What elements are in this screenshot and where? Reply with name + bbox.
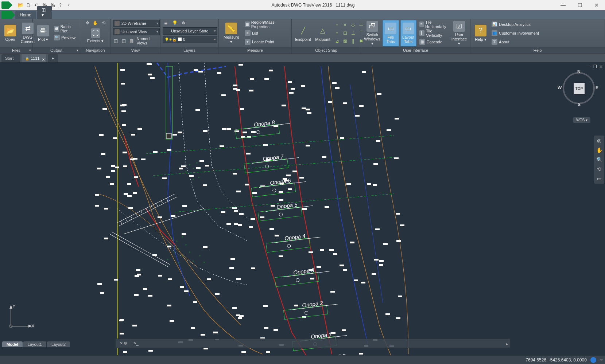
named-view-combo[interactable]: Unsaved View [113, 28, 160, 35]
viewcube-south[interactable]: S [578, 102, 581, 107]
wcs-badge[interactable]: WCS ▾ [573, 117, 590, 123]
locate-point-button[interactable]: ⌖Locate Point [243, 38, 289, 46]
command-line[interactable]: ✕⚙ >_ [115, 338, 510, 348]
layer-state-combo[interactable]: Unsaved Layer State [163, 27, 217, 35]
open-folder-icon: 📂 [4, 25, 16, 36]
preview-icon: 🔍 [54, 35, 60, 40]
survey-point [114, 279, 118, 281]
measure-button[interactable]: 📏 Measure ▾ [221, 20, 242, 46]
osnap-par-icon[interactable]: ∥ [349, 38, 357, 45]
file-tabs-button[interactable]: ▭ File Tabs [383, 20, 399, 46]
back-icon[interactable]: ⟲ [100, 20, 107, 26]
preview-button[interactable]: 🔍Preview [53, 34, 78, 42]
drawing-canvas[interactable]: — ❐ ✕ [0, 63, 605, 355]
qat-export-icon[interactable]: ⇪ [58, 2, 63, 8]
doc-close-icon[interactable]: ✕ [599, 64, 603, 69]
tile-vertical-button[interactable]: ‖Tile Vertically [418, 29, 449, 37]
svg-text:X: X [31, 323, 35, 329]
qat-open-icon[interactable]: 📂 [18, 2, 23, 8]
cmdline-config-icon[interactable]: ⚙ [124, 341, 127, 346]
doc-restore-icon[interactable]: ❐ [593, 64, 597, 69]
endpoint-button[interactable]: ╱ Endpoint [294, 20, 312, 46]
osnap-ext-icon[interactable]: ○ [333, 30, 341, 37]
survey-point [193, 301, 197, 303]
file-tab-start[interactable]: Start [1, 54, 20, 62]
layer-prop-icon[interactable]: ≣ [163, 20, 169, 26]
survey-point [395, 118, 399, 120]
viewcube-top-face[interactable]: TOP [574, 83, 585, 94]
named-views-icon[interactable]: ▦ [129, 38, 135, 44]
nav-pan-icon[interactable]: ✋ [596, 147, 602, 153]
panel-title-output: Output▾ [33, 47, 80, 54]
nav-zoom-icon[interactable]: 🔍 [596, 157, 602, 163]
qat-save-icon[interactable]: 🗋 [26, 2, 31, 8]
batch-plot-button[interactable]: 🖶Batch Plot [53, 25, 78, 33]
nav-orbit-icon[interactable]: ⟲ [597, 166, 601, 172]
visual-style-combo[interactable]: 2D Wireframe [113, 20, 160, 27]
switch-windows-button[interactable]: 🗗 Switch Windows ▾ [363, 20, 381, 46]
survey-point [221, 94, 226, 96]
new-tab-button[interactable]: + [48, 54, 58, 62]
qat-dropdown-icon[interactable]: ▾ [66, 2, 71, 8]
osnap-near-icon[interactable]: ⊿ [333, 38, 341, 45]
ui-button[interactable]: ☑ User Interface ▾ [450, 20, 468, 46]
survey-point [279, 199, 283, 201]
doc-minimize-icon[interactable]: — [586, 64, 591, 69]
command-handle[interactable]: ✕⚙ [115, 338, 131, 348]
cascade-button[interactable]: ▥Cascade [418, 38, 449, 46]
osnap-quad-icon[interactable]: ◇ [349, 21, 357, 29]
list-icon: ≡ [245, 30, 251, 36]
osnap-center-icon[interactable]: ○ [333, 21, 341, 29]
plot-button[interactable]: 🖶 Plot ▾ [35, 20, 51, 46]
help-button[interactable]: ? Help ▾ [473, 20, 489, 46]
viewcube-east[interactable]: E [596, 85, 598, 90]
customer-involvement-button[interactable]: 👥Customer Involvement [490, 29, 540, 37]
viewcube-west[interactable]: W [558, 85, 562, 90]
tab-addins[interactable]: ◫ ▾ [37, 6, 52, 19]
app-logo[interactable] [1, 1, 9, 9]
layout-tab-layout1[interactable]: Layout1 [23, 341, 46, 347]
status-menu-icon[interactable]: ≡ [600, 357, 603, 363]
app-menu-button[interactable] [1, 11, 12, 19]
status-indicator-icon[interactable] [590, 357, 596, 363]
survey-point [282, 105, 286, 106]
orbit-icon[interactable]: ✥ [84, 20, 91, 26]
current-layer-combo[interactable]: 💡 ☀ 🔓 0 [163, 36, 217, 43]
pan-icon[interactable]: ✋ [92, 20, 99, 26]
about-button[interactable]: ⓘAbout [490, 38, 540, 46]
view-cube[interactable]: TOP N S E W [561, 70, 597, 106]
osnap-ins-icon[interactable]: ⊡ [341, 30, 349, 37]
named-views-button[interactable]: Named Views [137, 36, 158, 45]
desktop-analytics-button[interactable]: 📊Desktop Analytics [490, 20, 540, 28]
osnap-app-icon[interactable]: ⊠ [341, 38, 349, 45]
maximize-button[interactable]: ☐ [571, 0, 588, 10]
layout-tab-model[interactable]: Model [2, 341, 23, 347]
command-input[interactable]: >_ [131, 338, 510, 348]
extents-button[interactable]: ⛶ Extents ▾ [85, 27, 106, 44]
layer-freeze-icon[interactable]: ❄ [180, 20, 187, 26]
survey-point [152, 254, 157, 256]
new-view-icon[interactable]: ◫ [121, 38, 127, 44]
osnap-node-icon[interactable]: × [341, 21, 349, 29]
viewcube-north[interactable]: N [577, 69, 581, 74]
nav-showmotion-icon[interactable]: ▭ [597, 176, 602, 181]
tile-horizontal-button[interactable]: ≡Tile Horizontally [418, 20, 449, 28]
open-button[interactable]: 📂 Open [2, 20, 18, 46]
list-button[interactable]: ≡List [243, 29, 289, 37]
layout-tab-layout2[interactable]: Layout2 [47, 341, 70, 347]
midpoint-button[interactable]: △ Midpoint [314, 20, 332, 46]
survey-point [205, 165, 209, 167]
layer-off-icon[interactable]: 💡 [171, 20, 178, 26]
minimize-button[interactable]: — [555, 0, 571, 10]
close-cmdline-icon[interactable]: ✕ [120, 341, 123, 346]
layout-tabs-button[interactable]: ▭ Layout Tabs [400, 20, 416, 46]
survey-point [99, 134, 104, 136]
file-tab-1111[interactable]: 🔒1111✕ [22, 54, 46, 62]
region-mass-button[interactable]: ▦Region/Mass Properties [243, 20, 289, 28]
view-manager-icon[interactable]: ◫ [113, 38, 119, 44]
survey-point [317, 266, 321, 268]
nav-wheel-icon[interactable]: ◎ [597, 138, 601, 144]
tab-home[interactable]: Home [15, 11, 36, 19]
osnap-perp-icon[interactable]: ⊥ [349, 30, 357, 37]
close-button[interactable]: ✕ [588, 0, 605, 10]
